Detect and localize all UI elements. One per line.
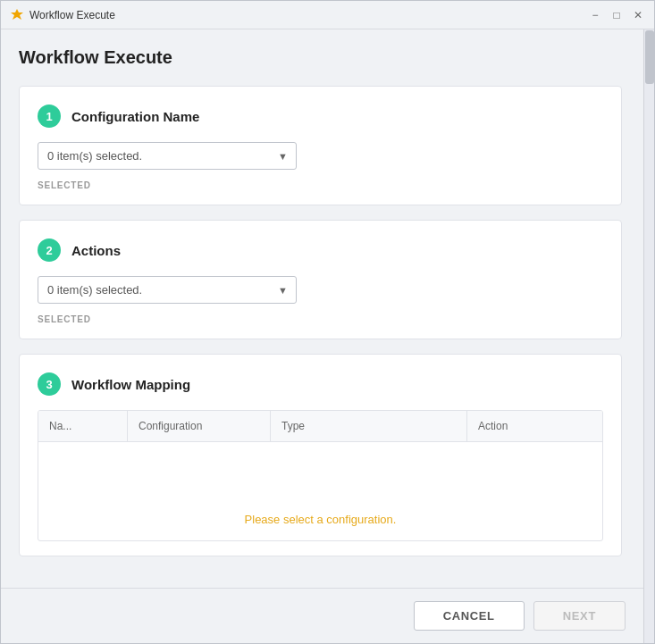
content-area: Workflow Execute 1 Configuration Name 0 … [1, 29, 643, 588]
footer: CANCEL NEXT [1, 588, 643, 643]
svg-marker-0 [11, 9, 23, 20]
col-type-header: Type [271, 411, 467, 441]
workflow-execute-window: Workflow Execute − □ ✕ Workflow Execute … [0, 0, 655, 644]
step2-selected-label: SELECTED [38, 314, 603, 324]
cancel-button[interactable]: CANCEL [414, 601, 525, 631]
workflow-icon [10, 8, 24, 22]
config-name-dropdown-wrapper: 0 item(s) selected. ▼ [38, 142, 297, 170]
scrollbar-thumb[interactable] [645, 30, 654, 84]
table-empty-message: Please select a configuration. [245, 477, 397, 526]
title-bar-left: Workflow Execute [10, 8, 115, 22]
maximize-button[interactable]: □ [609, 8, 624, 22]
step1-header: 1 Configuration Name [38, 105, 603, 128]
next-button[interactable]: NEXT [533, 601, 626, 631]
step1-title: Configuration Name [71, 109, 199, 124]
title-bar-text: Workflow Execute [29, 9, 115, 21]
minimize-button[interactable]: − [588, 8, 602, 22]
step2-header: 2 Actions [38, 238, 603, 262]
title-bar-controls: − □ ✕ [588, 8, 645, 22]
table-body: Please select a configuration. [38, 442, 602, 540]
step3-title: Workflow Mapping [71, 377, 190, 392]
config-name-dropdown[interactable]: 0 item(s) selected. [38, 142, 297, 170]
step2-title: Actions [71, 243, 121, 258]
workflow-mapping-table: Na... Configuration Type Action Please s… [38, 410, 603, 541]
step2-badge: 2 [38, 238, 61, 262]
actions-section: 2 Actions 0 item(s) selected. ▼ SELECTED [19, 220, 622, 339]
step3-header: 3 Workflow Mapping [38, 372, 603, 396]
step1-selected-label: SELECTED [38, 180, 603, 190]
page-title: Workflow Execute [19, 47, 622, 68]
scrollbar-track[interactable] [643, 29, 654, 643]
col-config-header: Configuration [128, 411, 271, 441]
workflow-mapping-section: 3 Workflow Mapping Na... Configuration T… [19, 354, 622, 556]
actions-dropdown-wrapper: 0 item(s) selected. ▼ [38, 276, 297, 304]
col-name-header: Na... [38, 411, 128, 441]
actions-dropdown[interactable]: 0 item(s) selected. [38, 276, 297, 304]
title-bar: Workflow Execute − □ ✕ [1, 1, 654, 29]
step3-badge: 3 [38, 372, 61, 396]
step1-badge: 1 [38, 105, 61, 128]
configuration-name-section: 1 Configuration Name 0 item(s) selected.… [19, 86, 622, 205]
col-action-header: Action [467, 411, 602, 441]
close-button[interactable]: ✕ [631, 8, 645, 22]
table-header: Na... Configuration Type Action [38, 411, 602, 442]
